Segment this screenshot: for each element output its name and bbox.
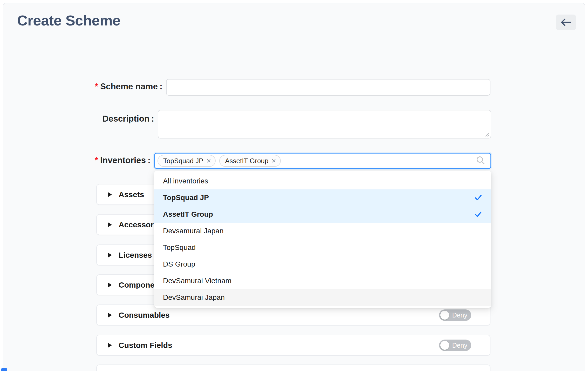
scheme-name-label: *Scheme name: [62, 82, 162, 91]
required-asterisk: * [95, 155, 98, 165]
caret-right-icon [108, 192, 112, 197]
description-label: Description: [62, 114, 154, 124]
partial-blue-element [1, 368, 7, 371]
page-title: Create Scheme [17, 12, 120, 29]
resize-handle-icon[interactable] [483, 131, 490, 138]
dropdown-option[interactable]: All inventories [154, 173, 491, 189]
caret-right-icon [108, 282, 112, 288]
deny-toggle[interactable]: Deny [439, 340, 471, 351]
selected-tag: AssetIT Group × [219, 155, 281, 167]
inventories-select[interactable]: TopSquad JP × AssetIT Group × [154, 153, 491, 169]
arrow-left-icon [560, 18, 571, 27]
caret-right-icon [108, 343, 112, 348]
section-custom-fields[interactable]: Custom Fields Deny [96, 335, 490, 356]
dropdown-option[interactable]: DS Group [154, 256, 491, 273]
caret-right-icon [108, 222, 112, 227]
section-partial[interactable] [96, 365, 490, 371]
caret-right-icon [108, 253, 112, 258]
back-button[interactable] [556, 15, 576, 30]
inventories-dropdown: All inventories TopSquad JP AssetIT Grou… [154, 171, 491, 308]
dropdown-option[interactable]: TopSquad [154, 239, 491, 256]
dropdown-option[interactable]: TopSquad JP [154, 189, 491, 206]
check-icon [474, 210, 482, 218]
toggle-knob [440, 341, 449, 350]
tag-remove-icon[interactable]: × [271, 157, 276, 165]
caret-right-icon [108, 313, 112, 318]
toggle-label: Deny [452, 311, 467, 319]
required-asterisk: * [95, 82, 98, 91]
toggle-knob [440, 311, 449, 320]
deny-toggle[interactable]: Deny [439, 309, 471, 321]
selected-tag: TopSquad JP × [158, 155, 216, 167]
dropdown-option[interactable]: DevSamurai Japan [154, 289, 491, 306]
description-textarea[interactable] [158, 110, 491, 138]
toggle-label: Deny [452, 341, 467, 349]
scheme-name-input[interactable] [166, 79, 490, 96]
inventories-label: *Inventories: [62, 155, 151, 165]
check-icon [474, 194, 482, 202]
search-icon [476, 156, 485, 166]
dropdown-option[interactable]: AssetIT Group [154, 206, 491, 223]
tag-remove-icon[interactable]: × [207, 157, 211, 165]
dropdown-option[interactable]: DevSamurai Vietnam [154, 273, 491, 289]
dropdown-option[interactable]: Devsamurai Japan [154, 223, 491, 239]
